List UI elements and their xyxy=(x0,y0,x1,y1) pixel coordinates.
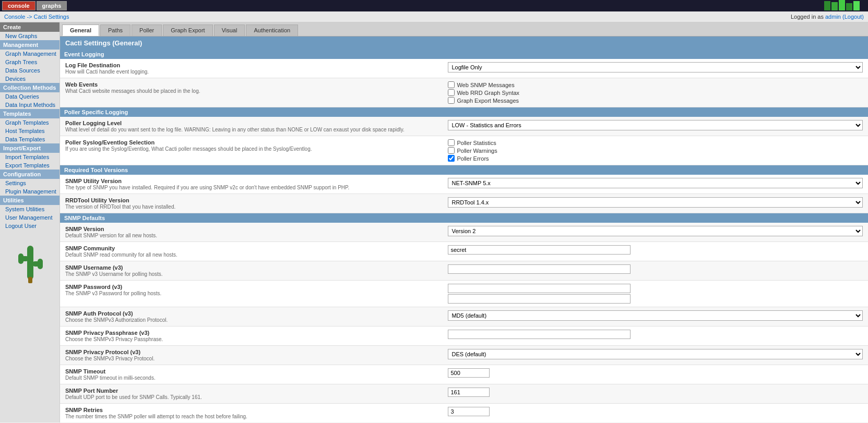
tab-visual[interactable]: Visual xyxy=(214,25,245,36)
snmp-utility-row: SNMP Utility Version The type of SNMP yo… xyxy=(60,175,868,194)
sidebar-item-devices[interactable]: Devices xyxy=(0,75,60,83)
web-rrd-graph-label: Web RRD Graph Syntax xyxy=(457,90,519,96)
snmp-username-label: SNMP Username (v3) The SNMP v3 Username … xyxy=(65,264,448,277)
rrdtool-utility-select[interactable]: RRDTool 1.0.x RRDTool 1.2.x RRDTool 1.4.… xyxy=(448,197,863,208)
sidebar-item-user-management[interactable]: User Management xyxy=(0,213,60,222)
snmp-utility-select[interactable]: NET-SNMP 5.x UCD-SNMP 4.x xyxy=(448,178,863,188)
sidebar-item-import-templates[interactable]: Import Templates xyxy=(0,153,60,161)
topbar-right xyxy=(824,0,866,11)
tab-general[interactable]: General xyxy=(62,25,99,36)
tab-paths[interactable]: Paths xyxy=(100,25,130,36)
graphs-tab[interactable]: graphs xyxy=(37,1,67,10)
console-link[interactable]: Console xyxy=(4,14,25,20)
sidebar-item-graph-trees[interactable]: Graph Trees xyxy=(0,58,60,66)
snmp-privacy-protocol-select[interactable]: DES (default) AES128 AES192 AES256 xyxy=(448,349,863,359)
snmp-retries-input[interactable] xyxy=(448,407,490,416)
snmp-port-control xyxy=(448,388,863,397)
poller-statistics-checkbox[interactable] xyxy=(448,139,455,146)
snmp-username-control xyxy=(448,264,863,274)
sidebar-section-import/export: Import/Export xyxy=(0,143,60,153)
snmp-community-control xyxy=(448,245,863,255)
rrdtool-utility-row: RRDTool Utility Version The version of R… xyxy=(60,194,868,213)
content-area: GeneralPathsPollerGraph ExportVisualAuth… xyxy=(60,22,868,422)
breadcrumb: Console -> Cacti Settings Logged in as a… xyxy=(0,11,868,22)
sidebar-item-new-graphs[interactable]: New Graphs xyxy=(0,32,60,40)
snmp-community-input[interactable] xyxy=(448,245,631,255)
sidebar-item-host-templates[interactable]: Host Templates xyxy=(0,127,60,135)
settings-content: Cacti Settings (General) Event Logging L… xyxy=(60,37,868,422)
sidebar-item-graph-templates[interactable]: Graph Templates xyxy=(0,118,60,127)
required-tools-header: Required Tool Versions xyxy=(60,165,868,175)
snmp-username-input[interactable] xyxy=(448,264,631,274)
poller-statistics-item[interactable]: Poller Statistics xyxy=(448,139,863,146)
snmp-password-input-1[interactable] xyxy=(448,284,631,293)
sidebar-item-data-input-methods[interactable]: Data Input Methods xyxy=(0,101,60,109)
poller-logging-level-select[interactable]: NONE - Disabled LOW - Statistics and Err… xyxy=(448,120,863,130)
snmp-privacy-protocol-label: SNMP Privacy Protocol (v3) Choose the SN… xyxy=(65,349,448,361)
poller-errors-item[interactable]: Poller Errors xyxy=(448,155,863,162)
sidebar-item-export-templates[interactable]: Export Templates xyxy=(0,161,60,170)
sidebar-item-data-queries[interactable]: Data Queries xyxy=(0,92,60,101)
topbar: console graphs xyxy=(0,0,868,11)
logout-link[interactable]: (Logout) xyxy=(842,14,864,20)
web-events-row: Web Events What Cacti website messages s… xyxy=(60,78,868,107)
username-link[interactable]: admin xyxy=(825,14,841,20)
snmp-password-input-2[interactable] xyxy=(448,294,631,304)
snmp-utility-control: NET-SNMP 5.x UCD-SNMP 4.x xyxy=(448,178,863,188)
snmp-version-row: SNMP Version Default SNMP version for al… xyxy=(60,223,868,242)
snmp-privacy-passphrase-input[interactable] xyxy=(448,330,631,339)
sidebar-item-data-sources[interactable]: Data Sources xyxy=(0,66,60,75)
sidebar-section-configuration: Configuration xyxy=(0,170,60,179)
topbar-decoration xyxy=(824,0,866,10)
snmp-password-control xyxy=(448,284,863,304)
console-tab[interactable]: console xyxy=(2,1,35,10)
graph-export-messages-checkbox[interactable] xyxy=(448,97,455,104)
snmp-version-label: SNMP Version Default SNMP version for al… xyxy=(65,226,448,238)
svg-rect-4 xyxy=(853,1,860,10)
tab-graph-export[interactable]: Graph Export xyxy=(163,25,212,36)
snmp-password-row: SNMP Password (v3) The SNMP v3 Password … xyxy=(60,281,868,307)
snmp-retries-label: SNMP Retries The number times the SNMP p… xyxy=(65,407,448,419)
cactus-logo xyxy=(0,235,60,290)
poller-warnings-item[interactable]: Poller Warnings xyxy=(448,147,863,154)
poller-statistics-label: Poller Statistics xyxy=(457,140,496,146)
graph-export-messages-item[interactable]: Graph Export Messages xyxy=(448,97,863,104)
snmp-port-input[interactable] xyxy=(448,388,490,397)
snmp-community-row: SNMP Community Default SNMP read communi… xyxy=(60,242,868,261)
snmp-utility-label: SNMP Utility Version The type of SNMP yo… xyxy=(65,178,448,190)
settings-tabs: GeneralPathsPollerGraph ExportVisualAuth… xyxy=(60,22,868,37)
sidebar-item-plugin-management[interactable]: Plugin Management xyxy=(0,187,60,196)
snmp-privacy-passphrase-control xyxy=(448,330,863,339)
snmp-timeout-label: SNMP Timeout Default SNMP timeout in mil… xyxy=(65,368,448,381)
snmp-auth-protocol-select[interactable]: MD5 (default) SHA xyxy=(448,310,863,321)
web-rrd-graph-item[interactable]: Web RRD Graph Syntax xyxy=(448,89,863,96)
breadcrumb-arrow: -> xyxy=(27,14,33,20)
sidebar-section-utilities: Utilities xyxy=(0,196,60,205)
snmp-timeout-input[interactable] xyxy=(448,368,490,378)
tab-authentication[interactable]: Authentication xyxy=(246,25,298,36)
log-file-destination-select[interactable]: Logfile Only Syslog/Eventlog Only Both xyxy=(448,62,863,72)
poller-warnings-checkbox[interactable] xyxy=(448,147,455,154)
sidebar-item-data-templates[interactable]: Data Templates xyxy=(0,135,60,143)
web-rrd-graph-checkbox[interactable] xyxy=(448,89,455,96)
snmp-password-label: SNMP Password (v3) The SNMP v3 Password … xyxy=(65,284,448,296)
logged-in-text: Logged in as admin (Logout) xyxy=(791,14,864,20)
poller-logging-level-control: NONE - Disabled LOW - Statistics and Err… xyxy=(448,120,863,130)
poller-errors-checkbox[interactable] xyxy=(448,155,455,162)
sidebar-item-logout-user[interactable]: Logout User xyxy=(0,222,60,230)
web-snmp-messages-checkbox[interactable] xyxy=(448,81,455,88)
snmp-privacy-passphrase-row: SNMP Privacy Passphrase (v3) Choose the … xyxy=(60,327,868,346)
rrdtool-utility-label: RRDTool Utility Version The version of R… xyxy=(65,197,448,210)
snmp-retries-control xyxy=(448,407,863,416)
sidebar-item-settings[interactable]: Settings xyxy=(0,179,60,187)
snmp-retries-row: SNMP Retries The number times the SNMP p… xyxy=(60,404,868,422)
sidebar-item-system-utilities[interactable]: System Utilities xyxy=(0,205,60,213)
snmp-privacy-protocol-row: SNMP Privacy Protocol (v3) Choose the SN… xyxy=(60,346,868,365)
tab-poller[interactable]: Poller xyxy=(132,25,162,36)
snmp-privacy-protocol-control: DES (default) AES128 AES192 AES256 xyxy=(448,349,863,359)
web-snmp-messages-item[interactable]: Web SNMP Messages xyxy=(448,81,863,88)
snmp-version-select[interactable]: Version 1 Version 2 Version 3 xyxy=(448,226,863,236)
poller-logging-level-row: Poller Logging Level What level of detai… xyxy=(60,117,868,136)
sidebar-item-graph-management[interactable]: Graph Management xyxy=(0,50,60,58)
poller-syslog-label: Poller Syslog/Eventlog Selection If you … xyxy=(65,139,448,152)
